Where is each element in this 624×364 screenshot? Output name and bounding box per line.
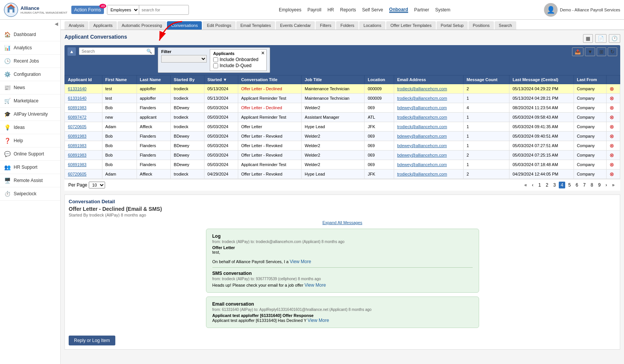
tab-conversations[interactable]: Conversations — [167, 21, 202, 30]
cell-8[interactable]: bdewey@alliancehcm.com — [394, 103, 463, 113]
sidebar-item-analytics[interactable]: 📊 Analytics — [0, 41, 60, 55]
cell-action[interactable]: ⊗ — [607, 103, 620, 113]
table-row[interactable]: 61331640testapploffertrodieck05/13/2024O… — [65, 84, 620, 94]
table-row[interactable]: 61331640testapploffertrodieck05/13/2024A… — [65, 94, 620, 103]
sidebar-item-marketplace[interactable]: 🛒 Marketplace — [0, 94, 60, 108]
col-started[interactable]: Started ▼ — [204, 75, 238, 84]
search-category-select[interactable]: Employees Applicants — [107, 5, 139, 14]
delete-icon[interactable]: ⊗ — [610, 143, 614, 149]
per-page-select[interactable]: 10 25 50 — [89, 182, 105, 188]
tab-filters[interactable]: Filters — [316, 21, 335, 30]
sidebar-item-ideas[interactable]: 💡 Ideas — [0, 121, 60, 134]
col-first-name[interactable]: First Name — [102, 75, 137, 84]
col-email[interactable]: Email Address — [394, 75, 463, 84]
table-row[interactable]: 60891983BobFlandersBDewey05/03/2024Offer… — [65, 141, 620, 151]
history-btn[interactable]: 🕐 — [609, 34, 620, 43]
columns-btn[interactable]: ⊞ — [597, 47, 606, 56]
page-9[interactable]: 9 — [596, 182, 603, 188]
col-last-name[interactable]: Last Name — [137, 75, 171, 84]
tab-email-templates[interactable]: Email Templates — [236, 21, 275, 30]
cell-action[interactable]: ⊗ — [607, 169, 620, 179]
cell-action[interactable]: ⊗ — [607, 151, 620, 160]
include-dqued-checkbox[interactable] — [213, 63, 218, 68]
delete-icon[interactable]: ⊗ — [610, 86, 614, 92]
cell-8[interactable]: trodieck@alliancehcm.com — [394, 113, 463, 122]
page-3[interactable]: 3 — [552, 182, 558, 188]
delete-icon[interactable]: ⊗ — [610, 162, 614, 168]
page-7[interactable]: 7 — [581, 182, 588, 188]
search-input[interactable] — [139, 7, 189, 13]
cell-8[interactable]: bdewey@alliancehcm.com — [394, 132, 463, 141]
toolbar-collapse-button[interactable]: ▲ — [68, 47, 76, 56]
grid-view-btn[interactable]: ▦ — [583, 34, 593, 43]
page-prev[interactable]: ‹ — [530, 182, 535, 188]
cell-0[interactable]: 60720605 — [65, 169, 102, 179]
cell-0[interactable]: 60720605 — [65, 122, 102, 132]
filter-select[interactable] — [161, 55, 207, 63]
sidebar-item-help[interactable]: ❓ Help — [0, 134, 60, 147]
sidebar-item-hr-support[interactable]: 👥 HR Support — [0, 161, 60, 174]
sidebar-item-dashboard[interactable]: 🏠 Dashboard — [0, 28, 60, 41]
tab-positions[interactable]: Positions — [468, 21, 494, 30]
filter-btn[interactable]: ▼ — [585, 47, 595, 56]
col-location[interactable]: Location — [365, 75, 394, 84]
sidebar-item-allpay-university[interactable]: 🎓 AllPay University — [0, 108, 60, 121]
sidebar-item-online-support[interactable]: 💬 Online Support — [0, 147, 60, 161]
page-8[interactable]: 8 — [589, 182, 595, 188]
cell-0[interactable]: 60891983 — [65, 141, 102, 151]
delete-icon[interactable]: ⊗ — [610, 124, 614, 130]
cell-0[interactable]: 61331640 — [65, 94, 102, 103]
sms-view-more-link[interactable]: View More — [305, 282, 326, 288]
nav-partner[interactable]: Partner — [414, 7, 429, 13]
applicants-filter-close[interactable]: ✕ — [261, 50, 265, 56]
cell-0[interactable]: 60891983 — [65, 160, 102, 169]
tab-applicants[interactable]: Applicants — [89, 21, 117, 30]
cell-0[interactable]: 60897472 — [65, 113, 102, 122]
cell-0[interactable]: 60891983 — [65, 151, 102, 160]
cell-8[interactable]: trodieck@alliancehcm.com — [394, 169, 463, 179]
tab-locations[interactable]: Locations — [359, 21, 385, 30]
tab-portal-setup[interactable]: Portal Setup — [437, 21, 468, 30]
cell-8[interactable]: bdewey@alliancehcm.com — [394, 141, 463, 151]
sidebar-item-configuration[interactable]: ⚙️ Configuration — [0, 68, 60, 81]
cell-action[interactable]: ⊗ — [607, 94, 620, 103]
tab-analysis[interactable]: Analysis — [64, 21, 88, 30]
nav-payroll[interactable]: Payroll — [307, 7, 321, 13]
refresh-btn[interactable]: ↻ — [608, 47, 617, 56]
table-row[interactable]: 60891983BobFlandersBDewey05/03/2024Offer… — [65, 103, 620, 113]
email-view-more-link[interactable]: View More — [308, 318, 329, 323]
page-last[interactable]: » — [610, 182, 616, 188]
cell-8[interactable]: trodieck@alliancehcm.com — [394, 122, 463, 132]
action-forms-button[interactable]: Action Forms 49 — [71, 6, 104, 14]
cell-action[interactable]: ⊗ — [607, 132, 620, 141]
sidebar-item-swipeclock[interactable]: ⏱️ Swipeclock — [0, 187, 60, 201]
delete-icon[interactable]: ⊗ — [610, 133, 614, 139]
table-search-input[interactable] — [82, 49, 146, 53]
col-last-msg[interactable]: Last Message (Central) — [509, 75, 574, 84]
tab-offer-letter-templates[interactable]: Offer Letter Templates — [386, 21, 435, 30]
table-row[interactable]: 60720605AdamAfflecktrodieck05/03/2024Off… — [65, 122, 620, 132]
col-msg-count[interactable]: Message Count — [464, 75, 509, 84]
cell-action[interactable]: ⊗ — [607, 141, 620, 151]
nav-selfserve[interactable]: Self Serve — [362, 7, 383, 13]
tab-search[interactable]: Search — [495, 21, 516, 30]
nav-reports[interactable]: Reports — [340, 7, 356, 13]
delete-icon[interactable]: ⊗ — [610, 114, 614, 120]
page-first[interactable]: « — [522, 182, 529, 188]
page-2[interactable]: 2 — [544, 182, 550, 188]
table-row[interactable]: 60891983BobFlandersBDewey05/03/2024Offer… — [65, 151, 620, 160]
tab-edit-postings[interactable]: Edit Postings — [203, 21, 235, 30]
table-row[interactable]: 60897472newapplicanttrodieck05/03/2024Ap… — [65, 113, 620, 122]
sidebar-item-news[interactable]: 📰 News — [0, 81, 60, 94]
sidebar-item-recent-jobs[interactable]: 🕒 Recent Jobs — [0, 55, 60, 68]
cell-action[interactable]: ⊗ — [607, 113, 620, 122]
nav-hr[interactable]: HR — [327, 7, 334, 13]
list-view-btn[interactable]: 📄 — [595, 34, 607, 43]
table-row[interactable]: 60891983BobFlandersBDewey05/03/2024Appli… — [65, 160, 620, 169]
col-job-title[interactable]: Job Title — [302, 75, 365, 84]
col-conv-title[interactable]: Conversation Title — [238, 75, 302, 84]
cell-8[interactable]: trodieck@alliancehcm.com — [394, 94, 463, 103]
table-row[interactable]: 60720605AdamAfflecktrodieck04/29/2024Off… — [65, 169, 620, 179]
cell-0[interactable]: 60891983 — [65, 132, 102, 141]
col-applicant-id[interactable]: Applicant Id — [65, 75, 102, 84]
